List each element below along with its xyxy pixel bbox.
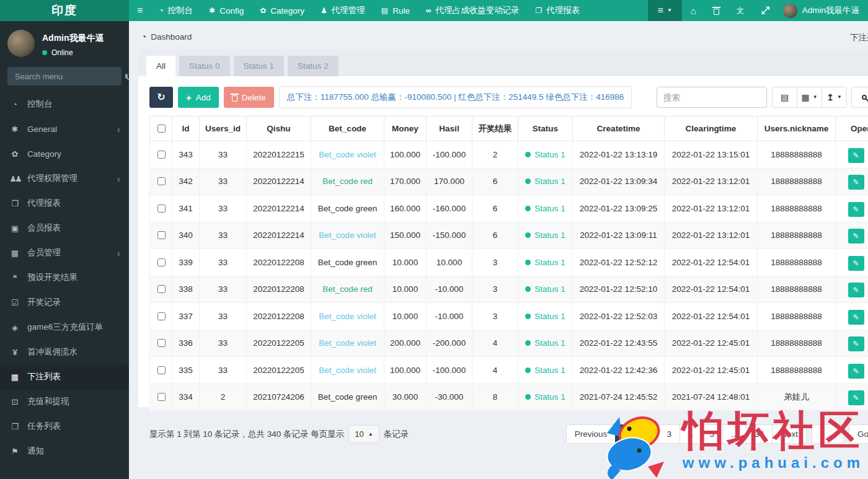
- row-edit-button[interactable]: [848, 256, 864, 271]
- page-button[interactable]: 2: [637, 424, 659, 444]
- sidebar-item[interactable]: 下注列表 ‹: [0, 364, 129, 389]
- language-button[interactable]: [728, 0, 753, 21]
- detail-view-icon: [781, 93, 789, 102]
- status-tabs: All Status 0 Status 1 Status 2: [138, 50, 868, 76]
- sidebar-item[interactable]: 代理报表 ‹: [0, 191, 129, 216]
- home-button[interactable]: [682, 0, 705, 21]
- sidebar-search-input[interactable]: [14, 71, 125, 82]
- search-icon[interactable]: [125, 74, 128, 79]
- goto-page-input[interactable]: [812, 424, 844, 444]
- search-button[interactable]: [851, 87, 868, 108]
- page-size-select[interactable]: 10: [348, 425, 379, 443]
- page-button[interactable]: 4: [680, 424, 702, 444]
- row-checkbox[interactable]: [157, 285, 166, 293]
- column-header[interactable]: Status: [518, 116, 573, 141]
- sidebar-item[interactable]: General ‹: [0, 116, 129, 141]
- sidebar-item[interactable]: 开奖记录 ‹: [0, 290, 129, 315]
- page-button[interactable]: 3: [658, 424, 680, 444]
- detail-view-button[interactable]: [772, 87, 797, 108]
- column-header[interactable]: Createtime: [573, 116, 665, 141]
- status-tab[interactable]: Status 2: [288, 56, 339, 76]
- page-button[interactable]: 34: [746, 424, 773, 444]
- navbar-menu-item[interactable]: Config: [201, 0, 252, 21]
- row-edit-button[interactable]: [848, 364, 864, 379]
- page-button[interactable]: Next: [772, 424, 807, 444]
- sidebar-item[interactable]: 首冲返佣流水 ‹: [0, 340, 129, 364]
- row-checkbox[interactable]: [157, 231, 166, 239]
- export-button[interactable]: [822, 87, 847, 108]
- cell-bet-code: Bet_code green: [318, 392, 377, 402]
- column-header[interactable]: Users_id: [200, 116, 247, 141]
- select-all-checkbox[interactable]: [157, 125, 166, 133]
- row-checkbox[interactable]: [157, 366, 166, 374]
- delete-button[interactable]: Delete: [224, 87, 274, 108]
- sidebar-item[interactable]: 代理权限管理 ‹: [0, 166, 129, 191]
- row-edit-button[interactable]: [848, 390, 864, 405]
- add-button[interactable]: Add: [178, 87, 219, 108]
- column-header[interactable]: Users.nickname: [758, 116, 836, 141]
- row-checkbox[interactable]: [157, 151, 166, 159]
- row-checkbox[interactable]: [157, 393, 166, 401]
- sidebar-item[interactable]: Category ‹: [0, 141, 129, 166]
- status-dot-icon: [525, 260, 531, 265]
- row-edit-button[interactable]: [848, 148, 864, 163]
- row-checkbox[interactable]: [157, 312, 166, 320]
- navbar-menu-item[interactable]: 控制台: [151, 0, 201, 21]
- row-edit-button[interactable]: [848, 202, 864, 217]
- column-header[interactable]: Operate: [836, 116, 868, 141]
- row-edit-button[interactable]: [848, 175, 864, 190]
- fullscreen-button[interactable]: [753, 0, 778, 21]
- row-checkbox[interactable]: [157, 258, 166, 266]
- navbar-menu-item[interactable]: 代理管理: [312, 0, 373, 21]
- table-search-input[interactable]: [657, 87, 767, 108]
- column-header[interactable]: Hasil: [427, 116, 472, 141]
- brand-logo[interactable]: 印度: [0, 0, 129, 21]
- clear-cache-button[interactable]: [705, 0, 728, 21]
- sidebar-item[interactable]: 会员管理 ‹: [0, 240, 129, 265]
- user-name: Admin我最牛逼: [42, 33, 104, 44]
- table-row: 339 33 20220122208 Bet_code green 10.000…: [150, 249, 868, 276]
- navbar-menu-item[interactable]: 代理报表: [527, 0, 588, 21]
- cell-hasil: -10.000: [427, 276, 472, 303]
- sidebar-item[interactable]: 充值和提现 ‹: [0, 389, 129, 414]
- status-tab[interactable]: Status 0: [179, 56, 230, 76]
- go-button[interactable]: Go: [849, 424, 868, 444]
- sidebar-item[interactable]: 任务列表 ‹: [0, 414, 129, 439]
- column-header[interactable]: 开奖结果: [472, 116, 518, 141]
- tasks-dropdown-button[interactable]: [648, 0, 682, 21]
- navbar-menu-item[interactable]: 代理占成收益变动记录: [418, 0, 528, 21]
- page-button[interactable]: ...: [722, 424, 746, 444]
- sidebar-item[interactable]: 会员报表 ‹: [0, 216, 129, 240]
- navbar-menu-item[interactable]: Rule: [373, 0, 418, 21]
- page-button[interactable]: 1: [615, 424, 637, 444]
- sidebar-toggle-button[interactable]: [129, 0, 151, 21]
- sidebar-item[interactable]: 通知 ‹: [0, 439, 129, 464]
- row-checkbox[interactable]: [157, 177, 166, 185]
- pencil-icon: [853, 152, 859, 159]
- columns-button[interactable]: [797, 87, 822, 108]
- sidebar-item[interactable]: game6三方充值订单 ‹: [0, 315, 129, 340]
- sidebar-item-icon: [9, 447, 21, 455]
- status-tab[interactable]: All: [146, 56, 175, 76]
- refresh-button[interactable]: [149, 87, 173, 108]
- row-edit-button[interactable]: [848, 229, 864, 244]
- status-tab[interactable]: Status 1: [234, 56, 285, 76]
- column-header[interactable]: Money: [384, 116, 427, 141]
- breadcrumb[interactable]: Dashboard: [141, 32, 856, 42]
- user-menu[interactable]: Admin我最牛逼: [778, 0, 868, 21]
- column-header[interactable]: Id: [172, 116, 200, 141]
- cell-bet-code: Bet_code violet: [319, 150, 376, 159]
- sidebar-item[interactable]: 预设开奖结果 ‹: [0, 265, 129, 290]
- column-header[interactable]: Qishu: [247, 116, 311, 141]
- row-edit-button[interactable]: [848, 283, 864, 297]
- page-button[interactable]: Previous: [566, 424, 616, 444]
- sidebar-item[interactable]: 控制台 ‹: [0, 92, 129, 116]
- row-checkbox[interactable]: [157, 204, 166, 213]
- column-header[interactable]: Bet_code: [311, 116, 384, 141]
- row-edit-button[interactable]: [848, 336, 864, 351]
- navbar-menu-item[interactable]: Category: [252, 0, 312, 21]
- row-edit-button[interactable]: [848, 310, 864, 325]
- page-button[interactable]: 5: [701, 424, 723, 444]
- column-header[interactable]: Clearingtime: [665, 116, 758, 141]
- row-checkbox[interactable]: [157, 339, 166, 347]
